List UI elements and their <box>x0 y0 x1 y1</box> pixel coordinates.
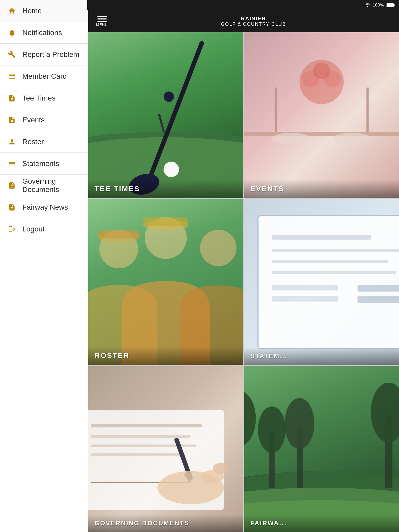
tile-roster-label: ROSTER <box>95 351 130 360</box>
tile-events[interactable]: EVENTS <box>244 32 399 198</box>
svg-rect-23 <box>272 235 371 240</box>
sidebar-item-statements[interactable]: Statements <box>0 153 88 175</box>
tile-statements-bg <box>244 199 399 365</box>
main-content: MENU Rainier Golf & Country Club <box>88 0 399 532</box>
wrench-icon <box>7 50 17 59</box>
sidebar-label-events: Events <box>22 116 45 124</box>
sidebar-item-notifications[interactable]: Notifications <box>0 22 88 44</box>
menu-label: MENU <box>96 23 108 27</box>
wifi-icon <box>364 3 370 8</box>
svg-rect-33 <box>91 435 191 438</box>
status-bar: 100% <box>87 0 399 10</box>
sidebar-item-fairway-news[interactable]: Fairway News <box>0 196 88 218</box>
fairway-doc-icon <box>7 203 17 212</box>
svg-point-47 <box>258 407 285 453</box>
sidebar-item-report-problem[interactable]: Report a Problem <box>0 44 88 65</box>
sidebar-label-roster: Roster <box>22 138 44 146</box>
sidebar-item-logout[interactable]: Logout <box>0 218 88 240</box>
tile-events-overlay: EVENTS <box>244 179 399 198</box>
sidebar-label-fairway-news: Fairway News <box>22 203 68 211</box>
sidebar-item-events[interactable]: Events <box>0 109 88 131</box>
tile-fairway-label: FAIRWA... <box>250 520 287 527</box>
battery-percent: 100% <box>373 3 384 8</box>
sidebar-label-report-problem: Report a Problem <box>22 50 79 59</box>
tile-events-bg <box>244 32 399 198</box>
tile-statements-label: STATEM... <box>250 353 287 360</box>
tile-statements[interactable]: STATEM... <box>244 199 399 365</box>
svg-rect-29 <box>272 285 338 290</box>
statements-list-icon <box>7 159 17 168</box>
tile-governing-documents[interactable]: GOVERNING DOCUMENTS <box>88 366 243 532</box>
sidebar-label-tee-times: Tee Times <box>22 94 56 102</box>
tile-tee-times-bg <box>88 32 243 198</box>
header: MENU Rainier Golf & Country Club <box>88 10 399 32</box>
sidebar-item-member-card[interactable]: Member Card <box>0 65 88 87</box>
sidebar-item-roster[interactable]: Roster <box>0 131 88 153</box>
svg-rect-5 <box>244 132 399 136</box>
svg-point-4 <box>163 162 179 177</box>
svg-rect-6 <box>275 88 277 132</box>
svg-point-16 <box>200 230 237 266</box>
sidebar-item-governing-documents[interactable]: Governing Documents <box>0 175 88 196</box>
tile-fairway-overlay: FAIRWA... <box>244 514 399 532</box>
svg-rect-27 <box>357 285 399 292</box>
svg-point-13 <box>333 133 371 144</box>
tile-roster-bg <box>88 199 243 365</box>
sidebar-item-tee-times[interactable]: Tee Times <box>0 87 88 109</box>
svg-point-12 <box>272 133 310 144</box>
tile-tee-times-label: TEE TIMES <box>95 185 140 193</box>
sidebar-item-home[interactable]: Home <box>0 0 88 22</box>
tile-tee-times[interactable]: TEE TIMES <box>88 32 243 198</box>
governing-doc-icon <box>7 181 17 190</box>
sidebar-label-member-card: Member Card <box>22 72 67 81</box>
tiles-grid: TEE TIMES <box>88 32 399 532</box>
tile-governing-overlay: GOVERNING DOCUMENTS <box>88 514 243 532</box>
svg-rect-18 <box>98 230 140 238</box>
tile-tee-times-overlay: TEE TIMES <box>88 179 243 198</box>
svg-rect-25 <box>272 260 388 263</box>
tile-governing-bg <box>88 366 243 532</box>
club-name-line1: Rainier <box>241 16 266 22</box>
menu-button[interactable]: MENU <box>96 16 108 27</box>
svg-rect-28 <box>357 296 399 303</box>
app-container: 100% Home Notifications Report a Problem <box>0 0 399 532</box>
svg-rect-26 <box>272 271 396 274</box>
svg-point-11 <box>313 63 330 79</box>
events-doc-icon <box>7 115 17 125</box>
tile-fairway-news[interactable]: FAIRWA... <box>244 366 399 532</box>
tile-roster[interactable]: ROSTER <box>88 199 243 365</box>
tile-events-label: EVENTS <box>250 185 284 193</box>
svg-point-49 <box>284 398 314 449</box>
club-name-line2: Golf & Country Club <box>221 22 286 27</box>
roster-person-icon <box>7 137 17 147</box>
sidebar-label-logout: Logout <box>22 225 45 233</box>
svg-rect-24 <box>272 249 399 252</box>
tile-roster-overlay: ROSTER <box>88 346 243 365</box>
logout-icon <box>7 224 17 234</box>
battery-icon <box>387 3 394 7</box>
svg-point-45 <box>244 391 256 446</box>
home-icon <box>7 6 17 16</box>
sidebar-label-governing-documents: Governing Documents <box>22 177 81 194</box>
svg-rect-32 <box>91 424 202 428</box>
header-title: Rainier Golf & Country Club <box>116 16 391 27</box>
tile-statements-overlay: STATEM... <box>244 347 399 365</box>
svg-rect-7 <box>366 88 369 132</box>
card-icon <box>7 72 17 81</box>
sidebar: Home Notifications Report a Problem Memb… <box>0 0 88 532</box>
svg-point-51 <box>371 383 399 442</box>
tile-governing-label: GOVERNING DOCUMENTS <box>95 520 189 527</box>
svg-point-41 <box>213 463 229 474</box>
tile-fairway-bg <box>244 366 399 532</box>
bell-icon <box>7 28 17 37</box>
svg-rect-30 <box>272 296 338 301</box>
sidebar-label-statements: Statements <box>22 159 59 168</box>
tee-times-doc-icon <box>7 94 17 103</box>
sidebar-label-home: Home <box>22 7 42 15</box>
sidebar-label-notifications: Notifications <box>22 29 62 37</box>
svg-rect-35 <box>91 454 185 456</box>
svg-rect-20 <box>143 217 189 226</box>
